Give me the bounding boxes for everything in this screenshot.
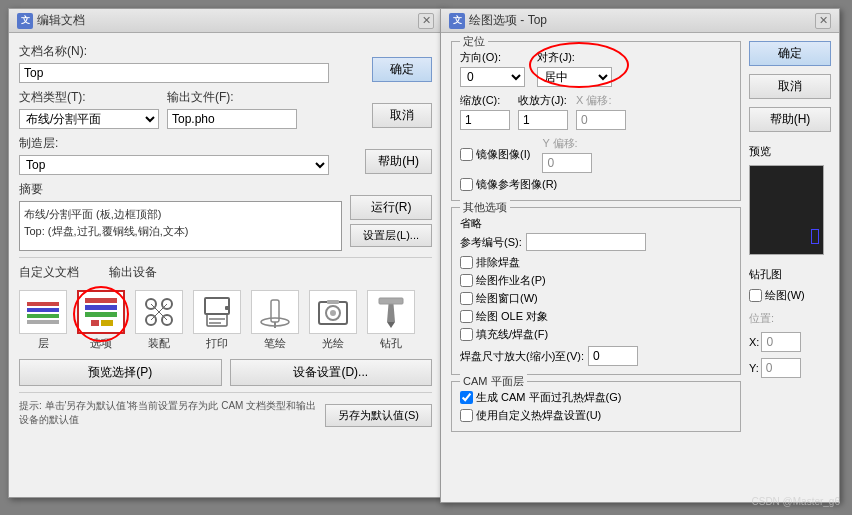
doc-name-input[interactable] bbox=[19, 63, 329, 83]
layer-icon-button[interactable]: 层 bbox=[19, 290, 67, 351]
exclude-solder-checkbox[interactable] bbox=[460, 256, 473, 269]
custom-doc-label: 自定义文档 bbox=[19, 264, 79, 281]
draw-job-checkbox[interactable] bbox=[460, 274, 473, 287]
align-label: 对齐(J): bbox=[537, 50, 612, 65]
summary-line2: Top: (焊盘,过孔,覆铜线,铜泊,文本) bbox=[24, 223, 337, 240]
svg-rect-6 bbox=[85, 312, 117, 317]
edit-doc-icon: 文 bbox=[17, 13, 33, 29]
manufacture-layer-label: 制造层: bbox=[19, 135, 357, 152]
summary-line1: 布线/分割平面 (板,边框顶部) bbox=[24, 206, 337, 223]
edit-doc-close-button[interactable]: ✕ bbox=[418, 13, 434, 29]
edit-doc-titlebar: 文 编辑文档 ✕ bbox=[9, 9, 442, 33]
draw-options-icon: 文 bbox=[449, 13, 465, 29]
align-select[interactable]: 居中 左上上中右上 左中右中 左下下中右下 bbox=[537, 67, 612, 87]
doc-type-select[interactable]: 布线/分割平面 bbox=[19, 109, 159, 129]
output-file-label: 输出文件(F): bbox=[167, 89, 297, 106]
options-label: 选项 bbox=[90, 336, 112, 351]
fill-copper-label: 填充线/焊盘(F) bbox=[476, 327, 548, 342]
svg-rect-15 bbox=[205, 298, 229, 314]
generate-cam-label: 生成 CAM 平面过孔热焊盘(G) bbox=[476, 390, 621, 405]
save-as-default-button[interactable]: 另存为默认值(S) bbox=[325, 404, 432, 427]
svg-marker-28 bbox=[387, 322, 395, 328]
pen-icon bbox=[251, 290, 299, 334]
output-device-label: 输出设备 bbox=[109, 264, 157, 281]
assembly-icon bbox=[135, 290, 183, 334]
drill-icon-button[interactable]: 钻孔 bbox=[367, 290, 415, 351]
layer-label: 层 bbox=[38, 336, 49, 351]
options-icon-button[interactable]: 选项 bbox=[77, 290, 125, 351]
omit-label: 省略 bbox=[460, 216, 646, 231]
x-offset-input[interactable] bbox=[576, 110, 626, 130]
pos-x-label: X: bbox=[749, 336, 759, 348]
draw-ole-checkbox[interactable] bbox=[460, 310, 473, 323]
cancel-button[interactable]: 取消 bbox=[372, 103, 432, 128]
y-offset-label: Y 偏移: bbox=[542, 136, 592, 151]
manufacture-layer-select[interactable]: Top bbox=[19, 155, 329, 175]
draw-window-checkbox[interactable] bbox=[460, 292, 473, 305]
svg-rect-26 bbox=[327, 300, 339, 304]
pen-label: 笔绘 bbox=[264, 336, 286, 351]
draw-help-button[interactable]: 帮助(H) bbox=[749, 107, 831, 132]
help-button[interactable]: 帮助(H) bbox=[365, 149, 432, 174]
pen-icon-button[interactable]: 笔绘 bbox=[251, 290, 299, 351]
draw-confirm-button[interactable]: 确定 bbox=[749, 41, 831, 66]
print-icon-button[interactable]: 打印 bbox=[193, 290, 241, 351]
draw-cancel-button[interactable]: 取消 bbox=[749, 74, 831, 99]
solder-scale-input[interactable] bbox=[588, 346, 638, 366]
print-icon bbox=[193, 290, 241, 334]
preview-box bbox=[749, 165, 824, 255]
position-label: 位置: bbox=[749, 311, 831, 326]
custom-solder-checkbox[interactable] bbox=[460, 409, 473, 422]
print-label: 打印 bbox=[206, 336, 228, 351]
preview-select-button[interactable]: 预览选择(P) bbox=[19, 359, 222, 386]
solder-scale-label: 焊盘尺寸放大(缩小)至(V): bbox=[460, 349, 584, 364]
drill-icon bbox=[367, 290, 415, 334]
photo-icon-button[interactable]: 光绘 bbox=[309, 290, 357, 351]
output-file-input[interactable] bbox=[167, 109, 297, 129]
preview-label: 预览 bbox=[749, 144, 831, 159]
positioning-group-title: 定位 bbox=[460, 34, 488, 49]
mirror-ref-checkbox[interactable] bbox=[460, 178, 473, 191]
svg-rect-1 bbox=[27, 308, 59, 312]
svg-rect-7 bbox=[91, 320, 99, 326]
options-icon bbox=[77, 290, 125, 334]
set-layer-button[interactable]: 设置层(L)... bbox=[350, 224, 432, 247]
summary-label: 摘要 bbox=[19, 181, 342, 198]
y-offset-input[interactable] bbox=[542, 153, 592, 173]
direction-label: 方向(O): bbox=[460, 50, 525, 65]
ref-param-label: 参考编号(S): bbox=[460, 235, 522, 250]
draw-job-label: 绘图作业名(P) bbox=[476, 273, 546, 288]
photo-icon bbox=[309, 290, 357, 334]
confirm-button[interactable]: 确定 bbox=[372, 57, 432, 82]
ref-param-input[interactable] bbox=[526, 233, 646, 251]
run-button[interactable]: 运行(R) bbox=[350, 195, 432, 220]
photo-label: 光绘 bbox=[322, 336, 344, 351]
generate-cam-checkbox[interactable] bbox=[460, 391, 473, 404]
svg-rect-5 bbox=[85, 305, 117, 310]
hint-text: 提示: 单击'另存为默认值'将当前设置另存为此 CAM 文档类型和输出设备的默认… bbox=[19, 399, 321, 427]
offset-input[interactable] bbox=[518, 110, 568, 130]
draw-options-close-button[interactable]: ✕ bbox=[815, 13, 831, 29]
x-offset-label: X 偏移: bbox=[576, 93, 626, 108]
doc-type-label: 文档类型(T): bbox=[19, 89, 159, 106]
pos-y-input[interactable] bbox=[761, 358, 801, 378]
scale-input[interactable] bbox=[460, 110, 510, 130]
mirror-image-checkbox[interactable] bbox=[460, 148, 473, 161]
mirror-ref-label: 镜像参考图像(R) bbox=[476, 177, 557, 192]
fill-copper-checkbox[interactable] bbox=[460, 328, 473, 341]
scale-label: 缩放(C): bbox=[460, 93, 510, 108]
svg-rect-4 bbox=[85, 298, 117, 303]
svg-rect-2 bbox=[27, 314, 59, 318]
svg-rect-17 bbox=[209, 318, 225, 320]
assembly-icon-button[interactable]: 装配 bbox=[135, 290, 183, 351]
drill-draw-checkbox[interactable] bbox=[749, 289, 762, 302]
svg-rect-8 bbox=[101, 320, 113, 326]
svg-rect-18 bbox=[209, 322, 221, 324]
svg-rect-3 bbox=[27, 320, 59, 324]
direction-select[interactable]: 0 bbox=[460, 67, 525, 87]
assembly-label: 装配 bbox=[148, 336, 170, 351]
device-settings-button[interactable]: 设备设置(D)... bbox=[230, 359, 433, 386]
svg-rect-19 bbox=[225, 306, 229, 310]
draw-window-label: 绘图窗口(W) bbox=[476, 291, 538, 306]
pos-x-input[interactable] bbox=[761, 332, 801, 352]
